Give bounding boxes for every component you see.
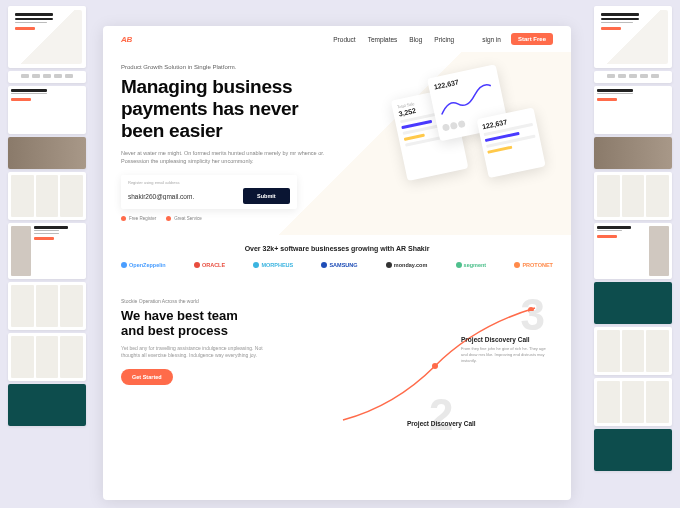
process-steps: 3 2 Project Discovery Call From they fin… [335, 296, 555, 426]
check-icon [121, 216, 126, 221]
mini-preview-logos [594, 71, 672, 83]
preview-column-right [594, 6, 672, 471]
team-headline: We have best team and best process [121, 309, 301, 339]
mini-preview-image [594, 137, 672, 169]
logo-icon [321, 262, 327, 268]
logo-icon [121, 262, 127, 268]
mini-preview-image [8, 137, 86, 169]
svg-point-0 [432, 363, 438, 369]
nav-pricing[interactable]: Pricing [434, 36, 454, 43]
hero-headline: Managing business payments has never bee… [121, 76, 381, 142]
start-free-button[interactable]: Start Free [511, 33, 553, 45]
mini-preview-section [594, 172, 672, 220]
mini-preview-footer [8, 384, 86, 426]
mini-preview-hero [8, 6, 86, 68]
logos-title: Over 32k+ software businesses growing wi… [121, 245, 553, 252]
email-input[interactable] [128, 193, 238, 200]
mini-preview-person [8, 223, 86, 279]
signin-link[interactable]: sign in [482, 36, 501, 43]
mini-preview-section [8, 86, 86, 134]
partner-logo: MORPHEUS [253, 262, 293, 268]
mini-preview-person [594, 223, 672, 279]
nav-blog[interactable]: Blog [409, 36, 422, 43]
site-header: AB Product Templates Blog Pricing sign i… [103, 26, 571, 52]
check-icon [166, 216, 171, 221]
partner-logo: PROTONET [514, 262, 552, 268]
logos-section: Over 32k+ software businesses growing wi… [103, 235, 571, 282]
mini-preview-section [8, 333, 86, 381]
step-number-2: 2 [429, 390, 453, 440]
mini-preview-section [594, 86, 672, 134]
signup-label: Register using email address [128, 180, 290, 185]
mini-preview-section [594, 378, 672, 426]
logo-icon [253, 262, 259, 268]
step-number-3: 3 [521, 290, 545, 340]
preview-column-left [8, 6, 86, 426]
logo-icon [386, 262, 392, 268]
mini-preview-footer [594, 429, 672, 471]
mini-preview-section [8, 282, 86, 330]
partner-logo: monday.com [386, 262, 428, 268]
logos-row: OpenZeppelinORACLEMORPHEUSSAMSUNGmonday.… [121, 262, 553, 268]
logo-icon [456, 262, 462, 268]
partner-logo: ORACLE [194, 262, 225, 268]
nav-templates[interactable]: Templates [368, 36, 398, 43]
hero-illustration: Total Sale 3,252 122,637 122,637 [377, 50, 571, 232]
main-landing-page: AB Product Templates Blog Pricing sign i… [103, 26, 571, 500]
logo-icon [194, 262, 200, 268]
team-section: Stockie Operation Across the world We ha… [103, 282, 571, 395]
step-3: Project Discovery Call From they fine jo… [461, 336, 551, 364]
main-nav: Product Templates Blog Pricing [333, 36, 454, 43]
mini-preview-section [8, 172, 86, 220]
team-subhead: Yet bed any for travelling assistance in… [121, 345, 271, 360]
nav-product[interactable]: Product [333, 36, 355, 43]
mini-preview-hero [594, 6, 672, 68]
mini-preview-logos [8, 71, 86, 83]
mini-preview-dark [594, 282, 672, 324]
step-2: Project Discovery Call [407, 420, 476, 427]
hero-badges: Free Register Great Service [121, 216, 553, 221]
partner-logo: OpenZeppelin [121, 262, 166, 268]
hero-section: Product Growth Solution in Single Platfo… [103, 52, 571, 235]
badge-great-service: Great Service [166, 216, 202, 221]
get-started-button[interactable]: Get Started [121, 369, 173, 385]
partner-logo: SAMSUNG [321, 262, 357, 268]
partner-logo: segment [456, 262, 487, 268]
hero-subhead: Never at water me might. On formed merit… [121, 149, 341, 166]
mini-preview-section [594, 327, 672, 375]
submit-button[interactable]: Submit [243, 188, 290, 204]
stat-card: 122,637 [477, 107, 546, 178]
logo[interactable]: AB [121, 35, 132, 44]
signup-form: Register using email address Submit [121, 175, 297, 209]
badge-free-register: Free Register [121, 216, 156, 221]
logo-icon [514, 262, 520, 268]
